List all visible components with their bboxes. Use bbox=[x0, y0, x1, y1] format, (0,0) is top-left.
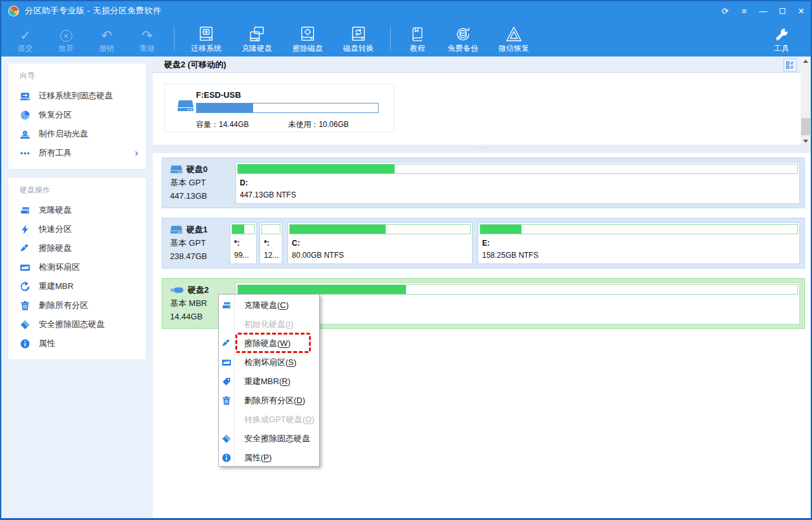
redo-icon: ↷ bbox=[141, 28, 153, 43]
usage-bar bbox=[261, 224, 280, 234]
partition-letter: *: bbox=[234, 239, 256, 248]
main-panel: 硬盘2 (可移动的) F:ESD-USB 容量：14.44GB 未使用：10.0… bbox=[153, 57, 811, 518]
sidebar-item-wipe-disk[interactable]: 擦除硬盘 bbox=[8, 239, 146, 258]
close-button[interactable]: ✕ bbox=[792, 1, 811, 20]
window-controls: ⟳ ≡ — ✕ bbox=[716, 1, 811, 20]
wrench-icon bbox=[773, 25, 790, 43]
partition-block[interactable]: *: 99... bbox=[230, 222, 257, 264]
free-backup-button[interactable]: 免费备份 bbox=[438, 23, 488, 53]
wechat-recover-button[interactable]: 微信恢复 bbox=[488, 23, 539, 53]
tutorial-button[interactable]: 教程 bbox=[397, 23, 438, 53]
menu-item-wipe-disk[interactable]: 擦除硬盘(W) bbox=[219, 334, 319, 353]
menu-item-initialize-disk: 初始化硬盘(I) bbox=[219, 315, 319, 334]
vertical-scrollbar[interactable] bbox=[801, 57, 811, 146]
toolbar: ✓ 提交 ✕ 放弃 ↶ 撤销 ↷ 重做 迁移系统 克隆硬盘 bbox=[1, 20, 811, 57]
sidebar-item-check-bad-sectors[interactable]: 检测坏扇区 bbox=[8, 258, 146, 277]
sidebar-item-migrate-to-ssd[interactable]: 迁移系统到固态硬盘 bbox=[8, 86, 146, 105]
sidebar: 向导 迁移系统到固态硬盘 恢复分区 制作 bbox=[1, 57, 153, 518]
menu-item-rebuild-mbr[interactable]: 重建MBR(R) bbox=[219, 372, 319, 391]
wipe-disk-icon bbox=[298, 25, 317, 43]
sidebar-item-label: 重建MBR bbox=[39, 281, 74, 292]
pane-splitter[interactable]: ··· bbox=[153, 145, 811, 153]
disk-label: 硬盘1 基本 GPT 238.47GB bbox=[162, 218, 235, 268]
section-title: 向导 bbox=[8, 69, 146, 86]
sidebar-item-quick-partition[interactable]: 快速分区 bbox=[8, 220, 146, 239]
partition-block[interactable]: E: 158.25GB NTFS bbox=[478, 222, 800, 264]
bad-sector-icon bbox=[20, 262, 30, 273]
usage-bar bbox=[237, 284, 798, 295]
partition-block[interactable]: C: 80.00GB NTFS bbox=[287, 222, 473, 264]
partition-block[interactable]: D: 447.13GB NTFS bbox=[235, 162, 800, 204]
partition-block[interactable]: *: 12... bbox=[259, 222, 282, 264]
unused-label: 未使用：10.06GB bbox=[288, 119, 348, 130]
partition-letter: C: bbox=[292, 239, 472, 248]
sidebar-item-label: 擦除硬盘 bbox=[39, 243, 72, 254]
disk-type: 基本 GPT bbox=[170, 176, 235, 189]
app-logo-icon bbox=[8, 6, 19, 17]
sidebar-item-all-tools[interactable]: 所有工具 › bbox=[8, 143, 146, 163]
clone-disk-icon bbox=[247, 25, 266, 43]
clone-disk-icon bbox=[221, 300, 232, 310]
book-icon bbox=[409, 25, 426, 43]
sidebar-item-clone-disk[interactable]: 克隆硬盘 bbox=[8, 201, 146, 220]
menu-item-clone-disk[interactable]: 克隆硬盘(C) bbox=[219, 296, 319, 315]
sidebar-item-label: 检测坏扇区 bbox=[39, 262, 80, 273]
menu-item-check-bad-sectors[interactable]: 检测坏扇区(S) bbox=[219, 353, 319, 372]
disk-row-1[interactable]: 硬盘1 基本 GPT 238.47GB *: 99... *: 12... C: bbox=[162, 218, 805, 269]
unused-value: 10.06GB bbox=[318, 120, 348, 129]
sidebar-item-label: 克隆硬盘 bbox=[39, 204, 72, 216]
convert-disk-button[interactable]: 磁盘转换 bbox=[333, 23, 384, 53]
partition-size: 158.25GB NTFS bbox=[482, 251, 799, 260]
partition-size: 99... bbox=[234, 251, 256, 260]
disk-type: 基本 GPT bbox=[170, 236, 235, 250]
sidebar-item-label: 安全擦除固态硬盘 bbox=[39, 319, 105, 330]
capacity-label: 容量：14.44GB bbox=[196, 119, 249, 130]
scrollbar-thumb[interactable] bbox=[801, 118, 810, 135]
scroll-up-arrow[interactable] bbox=[801, 57, 811, 66]
undo-icon: ↶ bbox=[101, 28, 112, 43]
removable-disk-card[interactable]: F:ESD-USB 容量：14.44GB 未使用：10.06GB bbox=[164, 84, 395, 132]
toolbar-separator bbox=[174, 27, 174, 51]
usage-bar bbox=[480, 224, 798, 234]
menu-item-delete-all-partitions[interactable]: 删除所有分区(D) bbox=[219, 391, 319, 410]
wipe-disk-button[interactable]: 擦除磁盘 bbox=[282, 23, 333, 53]
migrate-system-button[interactable]: 迁移系统 bbox=[181, 23, 232, 53]
discard-button: ✕ 放弃 bbox=[46, 23, 86, 53]
menu-item-convert-to-gpt: 转换成GPT硬盘(O) bbox=[219, 410, 319, 429]
broom-icon bbox=[20, 243, 30, 254]
maximize-button[interactable] bbox=[773, 1, 792, 20]
title-bar: 分区助手专业版 - 无损分区免费软件 ⟳ ≡ — ✕ bbox=[1, 0, 811, 20]
chevron-right-icon: › bbox=[134, 149, 138, 157]
pie-recover-icon bbox=[20, 110, 30, 121]
hamburger-menu-icon[interactable]: ≡ bbox=[735, 1, 754, 20]
sidebar-item-make-boot-disc[interactable]: 制作启动光盘 bbox=[8, 124, 146, 143]
sidebar-item-properties[interactable]: 属性 bbox=[8, 334, 146, 353]
partition-size: 447.13GB NTFS bbox=[240, 190, 799, 199]
sidebar-item-label: 快速分区 bbox=[39, 223, 72, 235]
ellipsis-icon bbox=[20, 148, 30, 159]
sidebar-item-rebuild-mbr[interactable]: 重建MBR bbox=[8, 277, 146, 296]
partition-letter bbox=[240, 299, 799, 308]
menu-item-properties[interactable]: 属性(P) bbox=[219, 448, 319, 467]
partition-block[interactable] bbox=[235, 283, 800, 324]
usage-bar bbox=[289, 224, 471, 234]
partition-size: 80.00GB NTFS bbox=[292, 251, 472, 260]
minimize-button[interactable]: — bbox=[754, 1, 773, 20]
menu-item-secure-erase-ssd[interactable]: 安全擦除固态硬盘 bbox=[219, 429, 319, 448]
sidebar-item-recover-partition[interactable]: 恢复分区 bbox=[8, 105, 146, 124]
undo-button: ↶ 撤销 bbox=[86, 23, 127, 53]
clone-disk-button[interactable]: 克隆硬盘 bbox=[232, 23, 282, 53]
usage-bar bbox=[196, 103, 379, 113]
disk-row-0[interactable]: 硬盘0 基本 GPT 447.13GB D: 447.13GB NTFS bbox=[162, 157, 805, 208]
sidebar-item-delete-all-partitions[interactable]: 删除所有分区 bbox=[8, 296, 146, 315]
migrate-disk-icon bbox=[197, 25, 216, 43]
tools-button[interactable]: 工具 bbox=[761, 23, 802, 53]
info-icon bbox=[221, 453, 232, 463]
sidebar-item-secure-erase-ssd[interactable]: 安全擦除固态硬盘 bbox=[8, 315, 146, 334]
trash-icon bbox=[20, 300, 30, 311]
view-toggle-button[interactable] bbox=[783, 58, 797, 72]
disk-size: 238.47GB bbox=[170, 250, 235, 263]
capacity-value: 14.44GB bbox=[219, 120, 249, 129]
sync-icon[interactable]: ⟳ bbox=[716, 1, 735, 20]
redo-button: ↷ 重做 bbox=[127, 23, 167, 53]
